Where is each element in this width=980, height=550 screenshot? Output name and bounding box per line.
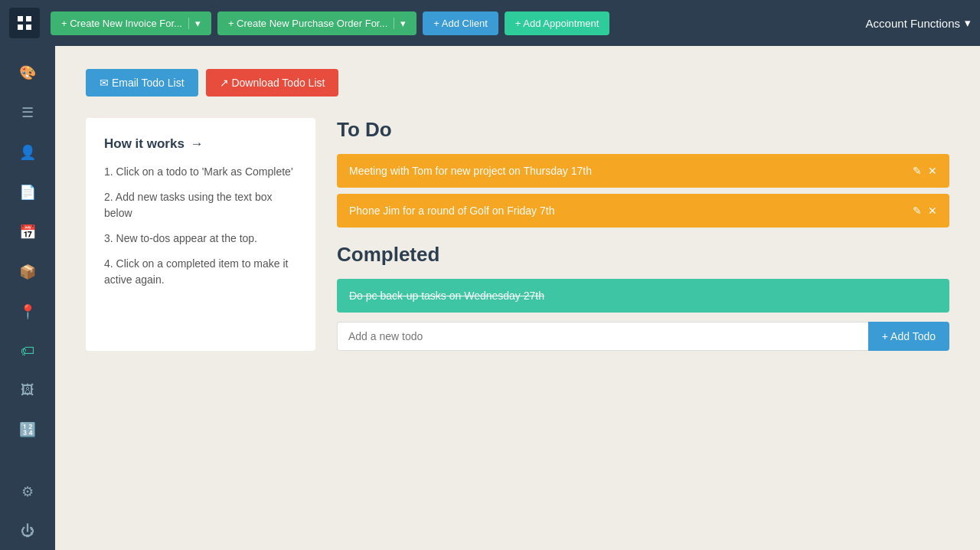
completed-heading: Completed: [337, 243, 949, 267]
todo-edit-icon-1[interactable]: ✎: [913, 165, 922, 177]
how-it-works-title: How it works →: [104, 136, 297, 152]
add-todo-button[interactable]: + Add Todo: [868, 322, 949, 351]
purchase-dropdown-caret: ▾: [394, 18, 406, 29]
sidebar-item-list[interactable]: ☰: [0, 93, 55, 132]
content-columns: How it works → 1. Click on a todo to 'Ma…: [86, 118, 949, 351]
account-functions-menu[interactable]: Account Functions ▾: [866, 16, 971, 30]
app-layout: 🎨 ☰ 👤 📄 📅 📦 📍 🏷 🖼 🔢 ⚙ ⏻ ✉ Email Todo Lis…: [0, 46, 980, 550]
account-functions-caret: ▾: [965, 16, 971, 30]
sidebar-item-location[interactable]: 📍: [0, 293, 55, 331]
add-client-button[interactable]: + Add Client: [423, 11, 498, 35]
how-it-works-card: How it works → 1. Click on a todo to 'Ma…: [86, 118, 315, 351]
sidebar-item-invoices[interactable]: 📄: [0, 173, 55, 211]
sidebar-item-support[interactable]: ⚙: [0, 473, 55, 511]
add-todo-input[interactable]: [337, 322, 868, 351]
how-it-works-arrow: →: [191, 136, 204, 152]
sidebar-item-items[interactable]: 📦: [0, 253, 55, 291]
svg-rect-0: [18, 16, 23, 21]
top-nav: + Create New Invoice For... ▾ + Create N…: [0, 0, 980, 46]
download-todo-button[interactable]: ↗ Download Todo List: [206, 69, 339, 97]
completed-item-1[interactable]: Do pc back-up tasks on Wednesday 27th: [337, 279, 949, 313]
sidebar-item-calculator[interactable]: 🔢: [0, 411, 55, 449]
sidebar-item-calendar[interactable]: 📅: [0, 213, 55, 251]
add-todo-row: + Add Todo: [337, 322, 949, 351]
todo-edit-icon-2[interactable]: ✎: [913, 205, 922, 217]
sidebar-item-dashboard[interactable]: 🎨: [0, 54, 55, 92]
sidebar-item-tags[interactable]: 🏷: [0, 332, 55, 370]
app-logo: [9, 8, 40, 38]
todo-item-2[interactable]: Phone Jim for a round of Golf on Friday …: [337, 194, 949, 228]
how-it-works-step-3: 3. New to-dos appear at the top.: [104, 231, 297, 247]
todo-item-1[interactable]: Meeting with Tom for new project on Thur…: [337, 154, 949, 188]
svg-rect-3: [26, 25, 31, 30]
svg-rect-2: [18, 25, 23, 30]
main-content: ✉ Email Todo List ↗ Download Todo List H…: [55, 46, 980, 550]
sidebar-item-power[interactable]: ⏻: [0, 512, 55, 550]
sidebar: 🎨 ☰ 👤 📄 📅 📦 📍 🏷 🖼 🔢 ⚙ ⏻: [0, 46, 55, 550]
sidebar-item-clients[interactable]: 👤: [0, 133, 55, 172]
how-it-works-step-1: 1. Click on a todo to 'Mark as Complete': [104, 164, 297, 180]
completed-section: Completed Do pc back-up tasks on Wednesd…: [337, 243, 949, 313]
todo-delete-icon-2[interactable]: ✕: [928, 205, 937, 217]
svg-rect-1: [26, 16, 31, 21]
todo-delete-icon-1[interactable]: ✕: [928, 165, 937, 177]
todo-section: To Do Meeting with Tom for new project o…: [337, 118, 949, 351]
add-appointment-button[interactable]: + Add Appointment: [505, 11, 610, 35]
sidebar-item-gallery[interactable]: 🖼: [0, 372, 55, 409]
create-purchase-order-button[interactable]: + Create New Purchase Order For... ▾: [217, 11, 416, 35]
how-it-works-steps: 1. Click on a todo to 'Mark as Complete'…: [104, 164, 297, 288]
how-it-works-step-2: 2. Add new tasks using the text box belo…: [104, 189, 297, 221]
invoice-dropdown-caret: ▾: [188, 18, 201, 29]
create-invoice-button[interactable]: + Create New Invoice For... ▾: [51, 11, 211, 35]
todo-heading: To Do: [337, 118, 949, 142]
how-it-works-step-4: 4. Click on a completed item to make it …: [104, 256, 297, 288]
top-actions: ✉ Email Todo List ↗ Download Todo List: [86, 69, 949, 97]
email-todo-button[interactable]: ✉ Email Todo List: [86, 69, 198, 97]
